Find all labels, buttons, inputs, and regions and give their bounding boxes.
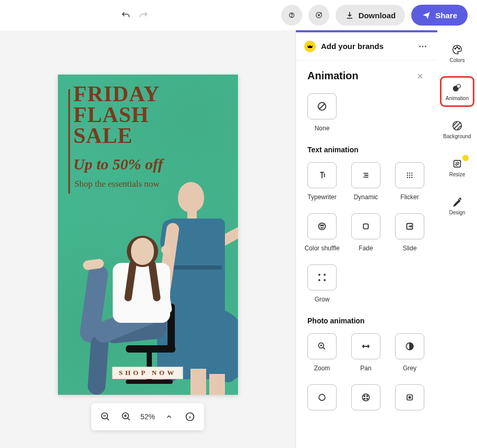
svg-point-39 — [457, 84, 460, 88]
topbar: Download Share — [0, 0, 477, 30]
anim-grow[interactable]: Grow — [307, 264, 337, 303]
hint-button[interactable] — [281, 5, 302, 26]
topbar-actions: Download Share — [281, 5, 468, 26]
headline-l1: FRIDAY — [74, 84, 160, 105]
panel-header: Animation — [307, 70, 426, 82]
crown-icon — [304, 41, 316, 52]
download-icon — [345, 10, 354, 20]
anim-typewriter[interactable]: Typewriter — [307, 162, 337, 201]
svg-point-8 — [422, 45, 424, 47]
svg-point-11 — [407, 173, 408, 174]
info-button[interactable] — [183, 410, 197, 423]
svg-point-15 — [409, 175, 410, 176]
premium-badge — [462, 155, 469, 161]
share-label: Share — [435, 11, 457, 20]
svg-point-31 — [364, 398, 365, 399]
tagline-text[interactable]: Shop the essentials now — [75, 179, 160, 189]
svg-rect-23 — [363, 224, 368, 228]
headline-l2: FLASH — [74, 105, 160, 126]
anim-grey[interactable]: Grey — [395, 333, 424, 372]
panel-content[interactable]: Animation None Text animation Typewriter — [296, 60, 437, 448]
none-icon — [307, 93, 337, 119]
svg-point-28 — [362, 394, 369, 401]
anim-dynamic[interactable]: Dynamic — [351, 162, 380, 201]
svg-point-35 — [455, 48, 456, 49]
brands-bar: Add your brands — [296, 32, 437, 60]
svg-point-3 — [318, 15, 319, 16]
svg-point-29 — [364, 396, 365, 397]
zoom-chevron[interactable] — [162, 410, 176, 423]
share-button[interactable]: Share — [411, 5, 468, 26]
undo-button[interactable] — [119, 8, 133, 22]
photo-anim-grid: Zoom Pan Grey — [307, 333, 426, 410]
rail-animation[interactable]: Animation — [442, 78, 473, 105]
resize-icon — [451, 158, 463, 169]
redo-button[interactable] — [137, 8, 150, 22]
svg-point-34 — [409, 396, 410, 398]
svg-point-13 — [411, 173, 412, 174]
anim-label: None — [315, 125, 330, 132]
svg-point-14 — [407, 175, 408, 176]
anim-flicker[interactable]: Flicker — [395, 162, 424, 201]
brands-label-group[interactable]: Add your brands — [304, 41, 384, 52]
rail-design[interactable]: Design — [442, 192, 473, 220]
text-anim-title: Text animation — [307, 146, 426, 154]
anim-zoom[interactable]: Zoom — [307, 333, 337, 372]
anim-fade[interactable]: Fade — [351, 213, 380, 252]
headline-l3: SALE — [74, 126, 160, 147]
svg-point-12 — [409, 173, 410, 174]
design-icon — [451, 196, 463, 208]
canvas-content: FRIDAY FLASH SALE Up to 50% off Shop the… — [58, 75, 238, 395]
right-rail: Colors Animation Background Resize Desig… — [437, 30, 477, 448]
canvas-area: FRIDAY FLASH SALE Up to 50% off Shop the… — [0, 30, 295, 448]
svg-point-1 — [291, 16, 292, 17]
svg-point-30 — [367, 396, 368, 397]
background-icon — [451, 120, 463, 131]
more-menu-button[interactable] — [416, 40, 429, 53]
anim-extra-2[interactable] — [351, 384, 380, 410]
svg-point-32 — [367, 398, 368, 399]
anim-pan[interactable]: Pan — [351, 333, 380, 372]
close-panel-button[interactable] — [414, 70, 426, 82]
svg-point-22 — [323, 225, 324, 226]
text-anim-grid: Typewriter Dynamic Flicker Color shuffle… — [307, 162, 426, 303]
rail-resize[interactable]: Resize — [442, 154, 473, 181]
zoom-toolbar: 52% — [91, 403, 204, 430]
svg-point-19 — [411, 177, 412, 178]
share-icon — [422, 10, 431, 20]
svg-point-18 — [409, 177, 410, 178]
anim-slide[interactable]: Slide — [395, 213, 424, 252]
photo-anim-title: Photo animation — [307, 317, 426, 325]
history-controls — [119, 8, 150, 22]
cta-button[interactable]: SHOP NOW — [112, 367, 183, 379]
zoom-out-button[interactable] — [99, 410, 112, 423]
panel-title: Animation — [307, 70, 359, 82]
subhead-text[interactable]: Up to 50% off — [74, 155, 163, 173]
download-label: Download — [359, 11, 396, 20]
rail-background[interactable]: Background — [442, 116, 473, 143]
palette-icon — [451, 44, 463, 55]
main-row: FRIDAY FLASH SALE Up to 50% off Shop the… — [0, 30, 477, 448]
download-button[interactable]: Download — [336, 5, 406, 26]
none-section: None — [307, 93, 426, 132]
svg-point-21 — [320, 225, 321, 226]
design-canvas[interactable]: FRIDAY FLASH SALE Up to 50% off Shop the… — [58, 75, 238, 395]
anim-none[interactable]: None — [307, 93, 337, 132]
svg-point-20 — [319, 223, 326, 230]
ai-button[interactable] — [308, 5, 329, 26]
zoom-in-button[interactable] — [120, 410, 133, 423]
zoom-level[interactable]: 52% — [140, 413, 155, 421]
svg-point-36 — [457, 46, 458, 47]
brands-title: Add your brands — [321, 42, 384, 51]
svg-point-17 — [407, 177, 408, 178]
side-panel: Add your brands Animation None — [295, 30, 437, 448]
svg-point-16 — [411, 175, 412, 176]
anim-extra-3[interactable] — [395, 384, 424, 410]
svg-point-37 — [459, 48, 460, 49]
accent-bar — [68, 89, 70, 193]
anim-colorshuffle[interactable]: Color shuffle — [307, 213, 337, 252]
headline-text[interactable]: FRIDAY FLASH SALE — [74, 84, 160, 147]
anim-extra-1[interactable] — [307, 384, 337, 410]
rail-colors[interactable]: Colors — [442, 40, 473, 67]
animation-icon — [451, 82, 463, 93]
